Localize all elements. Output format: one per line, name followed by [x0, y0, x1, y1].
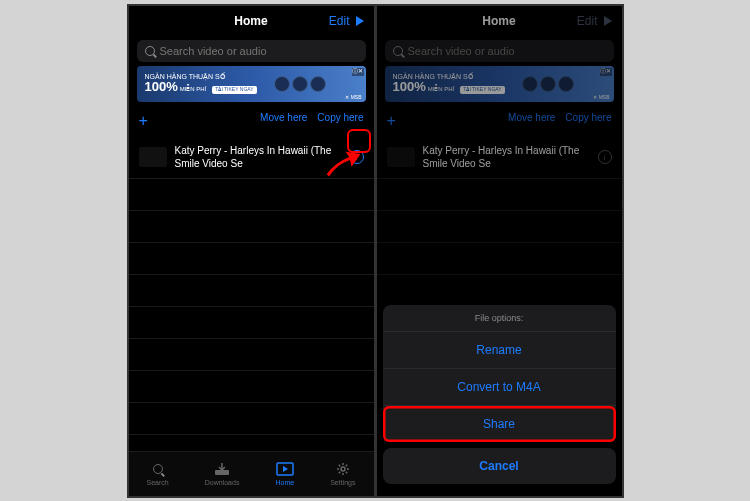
banner-percent: 100% [145, 79, 178, 94]
tab-settings[interactable]: Settings [330, 461, 355, 486]
list-item [129, 243, 374, 275]
phone-right: Home Edit NGÀN HÀNG THUẬN SỐ 100% MIỄN P… [377, 6, 622, 496]
list-item [129, 307, 374, 339]
copy-here-button[interactable]: Copy here [317, 112, 363, 130]
svg-point-2 [341, 467, 345, 471]
add-button[interactable]: + [139, 112, 148, 130]
move-here-button[interactable]: Move here [260, 112, 307, 130]
share-button[interactable]: Share [383, 406, 616, 442]
sheet-title: File options: [383, 305, 616, 332]
list-item [129, 275, 374, 307]
list-item [129, 339, 374, 371]
banner-sub: MIỄN PHÍ [180, 86, 207, 92]
edit-button[interactable]: Edit [329, 14, 350, 28]
ad-banner[interactable]: NGÀN HÀNG THUẬN SỐ 100% MIỄN PHÍ TẢI TIK… [137, 66, 366, 102]
list-item [129, 371, 374, 403]
gear-icon [334, 461, 352, 477]
banner-brand: ✕ MSB [345, 94, 361, 100]
home-icon [276, 461, 294, 477]
cancel-button[interactable]: Cancel [383, 448, 616, 484]
header: Home Edit [129, 6, 374, 36]
search-bar[interactable] [137, 40, 366, 62]
search-icon [145, 46, 155, 56]
tab-search[interactable]: Search [147, 461, 169, 486]
phone-left: Home Edit NGÀN HÀNG THUẬN SỐ 100% MIỄN P… [129, 6, 374, 496]
list-item [129, 211, 374, 243]
search-input[interactable] [160, 45, 358, 57]
list-item [129, 179, 374, 211]
downloads-icon [213, 461, 231, 477]
info-icon[interactable]: i [350, 150, 364, 164]
list-item[interactable]: Katy Perry - Harleys In Hawaii (The Smil… [129, 136, 374, 179]
search-icon [149, 461, 167, 477]
action-row: + Move here Copy here [129, 106, 374, 136]
rename-button[interactable]: Rename [383, 332, 616, 369]
tab-bar: Search Downloads Home Settings [129, 451, 374, 496]
item-title: Katy Perry - Harleys In Hawaii (The Smil… [175, 144, 342, 170]
banner-close-icon[interactable]: ⓘ✕ [352, 68, 364, 76]
banner-badge: TẢI TIKEY NGAY [212, 86, 256, 94]
thumbnail [139, 147, 167, 167]
tab-home[interactable]: Home [275, 461, 294, 486]
convert-button[interactable]: Convert to M4A [383, 369, 616, 406]
action-sheet: File options: Rename Convert to M4A Shar… [377, 299, 622, 496]
play-icon[interactable] [356, 16, 364, 26]
list-item [129, 403, 374, 435]
tab-downloads[interactable]: Downloads [205, 461, 240, 486]
header-title: Home [234, 14, 267, 28]
